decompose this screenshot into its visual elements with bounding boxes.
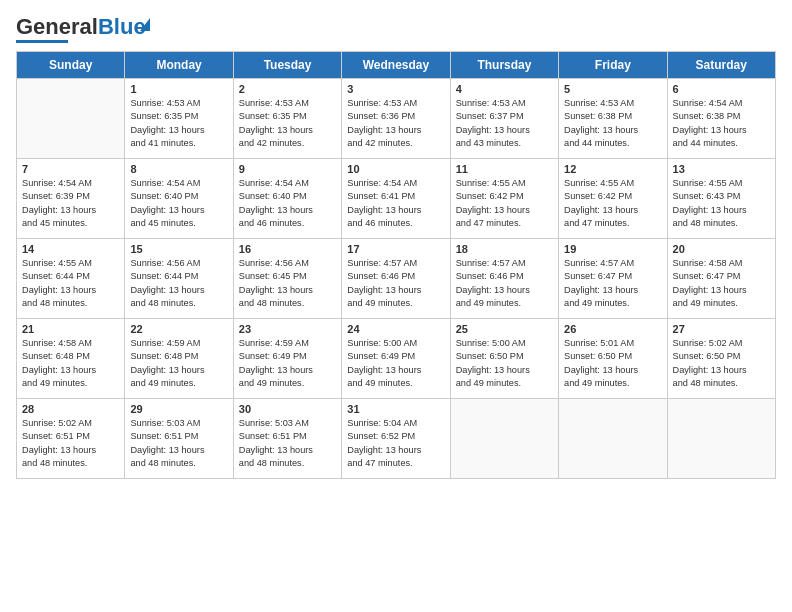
day-info: Sunrise: 4:53 AM Sunset: 6:35 PM Dayligh… — [239, 97, 336, 150]
day-info: Sunrise: 4:54 AM Sunset: 6:40 PM Dayligh… — [239, 177, 336, 230]
day-number: 10 — [347, 163, 444, 175]
day-number: 22 — [130, 323, 227, 335]
day-number: 12 — [564, 163, 661, 175]
day-number: 23 — [239, 323, 336, 335]
day-number: 7 — [22, 163, 119, 175]
day-number: 2 — [239, 83, 336, 95]
day-info: Sunrise: 4:56 AM Sunset: 6:45 PM Dayligh… — [239, 257, 336, 310]
calendar-cell: 30Sunrise: 5:03 AM Sunset: 6:51 PM Dayli… — [233, 399, 341, 479]
calendar-cell: 27Sunrise: 5:02 AM Sunset: 6:50 PM Dayli… — [667, 319, 775, 399]
day-info: Sunrise: 4:58 AM Sunset: 6:47 PM Dayligh… — [673, 257, 770, 310]
calendar-table: SundayMondayTuesdayWednesdayThursdayFrid… — [16, 51, 776, 479]
calendar-cell: 21Sunrise: 4:58 AM Sunset: 6:48 PM Dayli… — [17, 319, 125, 399]
day-info: Sunrise: 4:56 AM Sunset: 6:44 PM Dayligh… — [130, 257, 227, 310]
calendar-cell: 18Sunrise: 4:57 AM Sunset: 6:46 PM Dayli… — [450, 239, 558, 319]
day-number: 13 — [673, 163, 770, 175]
calendar-cell: 22Sunrise: 4:59 AM Sunset: 6:48 PM Dayli… — [125, 319, 233, 399]
day-number: 5 — [564, 83, 661, 95]
calendar-cell: 23Sunrise: 4:59 AM Sunset: 6:49 PM Dayli… — [233, 319, 341, 399]
day-info: Sunrise: 4:53 AM Sunset: 6:38 PM Dayligh… — [564, 97, 661, 150]
calendar-cell: 20Sunrise: 4:58 AM Sunset: 6:47 PM Dayli… — [667, 239, 775, 319]
calendar-cell: 26Sunrise: 5:01 AM Sunset: 6:50 PM Dayli… — [559, 319, 667, 399]
calendar-week-row: 14Sunrise: 4:55 AM Sunset: 6:44 PM Dayli… — [17, 239, 776, 319]
day-info: Sunrise: 4:58 AM Sunset: 6:48 PM Dayligh… — [22, 337, 119, 390]
day-number: 15 — [130, 243, 227, 255]
day-header-sunday: Sunday — [17, 52, 125, 79]
day-info: Sunrise: 5:01 AM Sunset: 6:50 PM Dayligh… — [564, 337, 661, 390]
calendar-cell: 8Sunrise: 4:54 AM Sunset: 6:40 PM Daylig… — [125, 159, 233, 239]
calendar-cell — [17, 79, 125, 159]
day-number: 17 — [347, 243, 444, 255]
day-header-monday: Monday — [125, 52, 233, 79]
day-info: Sunrise: 5:03 AM Sunset: 6:51 PM Dayligh… — [239, 417, 336, 470]
calendar-cell — [559, 399, 667, 479]
day-info: Sunrise: 4:55 AM Sunset: 6:42 PM Dayligh… — [564, 177, 661, 230]
day-info: Sunrise: 5:03 AM Sunset: 6:51 PM Dayligh… — [130, 417, 227, 470]
calendar-cell: 24Sunrise: 5:00 AM Sunset: 6:49 PM Dayli… — [342, 319, 450, 399]
day-header-wednesday: Wednesday — [342, 52, 450, 79]
calendar-cell: 5Sunrise: 4:53 AM Sunset: 6:38 PM Daylig… — [559, 79, 667, 159]
day-info: Sunrise: 5:04 AM Sunset: 6:52 PM Dayligh… — [347, 417, 444, 470]
day-number: 28 — [22, 403, 119, 415]
day-info: Sunrise: 4:54 AM Sunset: 6:39 PM Dayligh… — [22, 177, 119, 230]
calendar-cell: 29Sunrise: 5:03 AM Sunset: 6:51 PM Dayli… — [125, 399, 233, 479]
day-info: Sunrise: 4:54 AM Sunset: 6:38 PM Dayligh… — [673, 97, 770, 150]
day-info: Sunrise: 4:54 AM Sunset: 6:41 PM Dayligh… — [347, 177, 444, 230]
day-number: 31 — [347, 403, 444, 415]
day-number: 24 — [347, 323, 444, 335]
calendar-week-row: 21Sunrise: 4:58 AM Sunset: 6:48 PM Dayli… — [17, 319, 776, 399]
day-info: Sunrise: 4:53 AM Sunset: 6:37 PM Dayligh… — [456, 97, 553, 150]
day-info: Sunrise: 4:57 AM Sunset: 6:47 PM Dayligh… — [564, 257, 661, 310]
calendar-cell: 12Sunrise: 4:55 AM Sunset: 6:42 PM Dayli… — [559, 159, 667, 239]
day-number: 14 — [22, 243, 119, 255]
calendar-cell: 11Sunrise: 4:55 AM Sunset: 6:42 PM Dayli… — [450, 159, 558, 239]
day-info: Sunrise: 5:02 AM Sunset: 6:50 PM Dayligh… — [673, 337, 770, 390]
day-header-tuesday: Tuesday — [233, 52, 341, 79]
day-info: Sunrise: 4:53 AM Sunset: 6:35 PM Dayligh… — [130, 97, 227, 150]
day-number: 3 — [347, 83, 444, 95]
day-info: Sunrise: 4:59 AM Sunset: 6:49 PM Dayligh… — [239, 337, 336, 390]
calendar-cell — [667, 399, 775, 479]
calendar-week-row: 28Sunrise: 5:02 AM Sunset: 6:51 PM Dayli… — [17, 399, 776, 479]
calendar-cell: 25Sunrise: 5:00 AM Sunset: 6:50 PM Dayli… — [450, 319, 558, 399]
calendar-cell: 1Sunrise: 4:53 AM Sunset: 6:35 PM Daylig… — [125, 79, 233, 159]
day-number: 8 — [130, 163, 227, 175]
day-number: 20 — [673, 243, 770, 255]
day-header-thursday: Thursday — [450, 52, 558, 79]
day-number: 21 — [22, 323, 119, 335]
calendar-week-row: 7Sunrise: 4:54 AM Sunset: 6:39 PM Daylig… — [17, 159, 776, 239]
day-info: Sunrise: 5:00 AM Sunset: 6:49 PM Dayligh… — [347, 337, 444, 390]
calendar-cell: 15Sunrise: 4:56 AM Sunset: 6:44 PM Dayli… — [125, 239, 233, 319]
day-info: Sunrise: 4:57 AM Sunset: 6:46 PM Dayligh… — [347, 257, 444, 310]
calendar-cell: 16Sunrise: 4:56 AM Sunset: 6:45 PM Dayli… — [233, 239, 341, 319]
day-number: 9 — [239, 163, 336, 175]
day-info: Sunrise: 4:55 AM Sunset: 6:42 PM Dayligh… — [456, 177, 553, 230]
day-number: 29 — [130, 403, 227, 415]
calendar-cell: 31Sunrise: 5:04 AM Sunset: 6:52 PM Dayli… — [342, 399, 450, 479]
calendar-cell: 6Sunrise: 4:54 AM Sunset: 6:38 PM Daylig… — [667, 79, 775, 159]
calendar-cell: 17Sunrise: 4:57 AM Sunset: 6:46 PM Dayli… — [342, 239, 450, 319]
calendar-cell: 19Sunrise: 4:57 AM Sunset: 6:47 PM Dayli… — [559, 239, 667, 319]
day-number: 27 — [673, 323, 770, 335]
day-info: Sunrise: 4:55 AM Sunset: 6:43 PM Dayligh… — [673, 177, 770, 230]
calendar-body: 1Sunrise: 4:53 AM Sunset: 6:35 PM Daylig… — [17, 79, 776, 479]
day-info: Sunrise: 4:57 AM Sunset: 6:46 PM Dayligh… — [456, 257, 553, 310]
calendar-cell: 7Sunrise: 4:54 AM Sunset: 6:39 PM Daylig… — [17, 159, 125, 239]
day-header-friday: Friday — [559, 52, 667, 79]
logo-arrow-icon — [140, 18, 150, 31]
day-number: 19 — [564, 243, 661, 255]
day-info: Sunrise: 4:54 AM Sunset: 6:40 PM Dayligh… — [130, 177, 227, 230]
calendar-header: SundayMondayTuesdayWednesdayThursdayFrid… — [17, 52, 776, 79]
days-of-week-row: SundayMondayTuesdayWednesdayThursdayFrid… — [17, 52, 776, 79]
day-number: 6 — [673, 83, 770, 95]
calendar-cell: 2Sunrise: 4:53 AM Sunset: 6:35 PM Daylig… — [233, 79, 341, 159]
calendar-cell: 9Sunrise: 4:54 AM Sunset: 6:40 PM Daylig… — [233, 159, 341, 239]
logo: GeneralBlue — [16, 16, 146, 43]
day-number: 26 — [564, 323, 661, 335]
day-number: 30 — [239, 403, 336, 415]
day-number: 4 — [456, 83, 553, 95]
logo-text: GeneralBlue — [16, 14, 146, 39]
calendar-cell — [450, 399, 558, 479]
day-number: 11 — [456, 163, 553, 175]
day-info: Sunrise: 4:59 AM Sunset: 6:48 PM Dayligh… — [130, 337, 227, 390]
